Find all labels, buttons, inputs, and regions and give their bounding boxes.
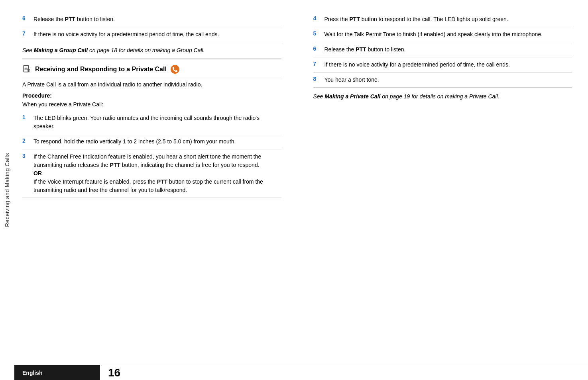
step-text: Release the PTT button to listen. [324,45,406,54]
svg-rect-0 [24,65,28,72]
step-item: 5 Wait for the Talk Permit Tone to finis… [313,27,572,42]
right-column: 4 Press the PTT button to respond to the… [305,12,572,365]
sidebar: Receiving and Making Calls [0,0,14,380]
step-number: 2 [22,137,29,146]
group-call-note: See Making a Group Call on page 18 for d… [22,46,281,55]
section-header: Receiving and Responding to a Private Ca… [22,59,281,78]
document-icon [22,65,31,74]
step-number: 1 [22,114,29,131]
procedure-label: Procedure: [22,92,281,99]
step-text: Release the PTT button to listen. [33,15,115,24]
step-item: 6 Release the PTT button to listen. [22,12,281,27]
main-content: 6 Release the PTT button to listen. 7 If… [14,0,588,380]
step-item: 6 Release the PTT button to listen. [313,42,572,57]
step-number: 4 [313,15,320,24]
phone-icon [171,65,179,74]
step-text: If there is no voice activity for a pred… [324,61,510,69]
when-text: When you receive a Private Call: [22,101,281,108]
step-number: 6 [22,15,29,24]
section-intro: A Private Call is a call from an individ… [22,81,281,88]
footer: English 16 [14,365,588,380]
page-number-area: 16 [100,365,588,380]
step-item: 8 You hear a short tone. [313,72,572,88]
step-text: If the Channel Free Indication feature i… [33,153,281,194]
step-text: To respond, hold the radio vertically 1 … [33,137,236,146]
sidebar-label: Receiving and Making Calls [4,153,10,227]
step-number: 5 [313,30,320,39]
step-text: Wait for the Talk Permit Tone to finish … [324,30,543,39]
step-number: 8 [313,76,320,84]
step-number: 7 [22,30,29,39]
step-text: You hear a short tone. [324,76,379,84]
step-number: 3 [22,153,29,194]
language-label: English [14,365,100,380]
or-label: OR [33,170,42,176]
left-column: 6 Release the PTT button to listen. 7 If… [22,12,289,365]
step-number: 7 [313,61,320,69]
step-item: 7 If there is no voice activity for a pr… [313,57,572,72]
step-text: The LED blinks green. Your radio unmutes… [33,114,281,131]
step-number: 6 [313,45,320,54]
step-item: 2 To respond, hold the radio vertically … [22,134,281,149]
step-item: 7 If there is no voice activity for a pr… [22,27,281,42]
step-item: 4 Press the PTT button to respond to the… [313,12,572,27]
step-item: 3 If the Channel Free Indication feature… [22,149,281,198]
page-number: 16 [108,367,120,378]
private-call-note: See Making a Private Call on page 19 for… [313,92,572,101]
step-text: If there is no voice activity for a pred… [33,30,219,39]
step-item: 1 The LED blinks green. Your radio unmut… [22,111,281,134]
section-title: Receiving and Responding to a Private Ca… [35,66,167,73]
step-text: Press the PTT button to respond to the c… [324,15,508,24]
columns-layout: 6 Release the PTT button to listen. 7 If… [14,0,588,365]
